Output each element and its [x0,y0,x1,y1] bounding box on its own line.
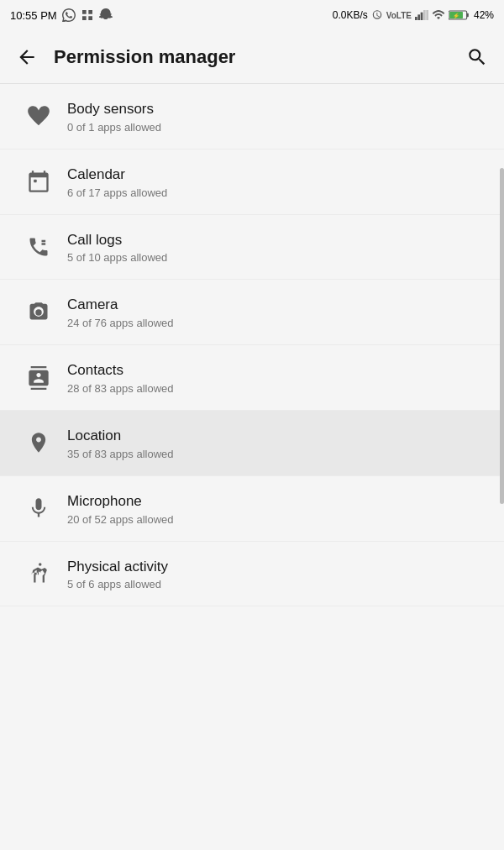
contacts-icon [17,366,60,390]
permission-item-location[interactable]: Location 35 of 83 apps allowed [0,411,504,476]
permission-item-physical-activity[interactable]: Physical activity 5 of 6 apps allowed [0,542,504,607]
back-button[interactable] [7,37,47,77]
physical-activity-name: Physical activity [67,557,487,577]
microphone-sub: 20 of 52 apps allowed [67,513,487,526]
contacts-sub: 28 of 83 apps allowed [67,382,487,395]
battery-icon: ⚡ [449,9,470,21]
physical-activity-sub: 5 of 6 apps allowed [67,578,487,590]
camera-text: Camera 24 of 76 apps allowed [60,295,487,329]
location-text: Location 35 of 83 apps allowed [60,426,487,460]
permission-item-microphone[interactable]: Microphone 20 of 52 apps allowed [0,476,504,542]
permission-item-calendar[interactable]: Calendar 6 of 17 apps allowed [0,150,504,215]
location-sub: 35 of 83 apps allowed [67,448,487,460]
call-logs-name: Call logs [67,230,487,250]
status-bar: 10:55 PM 0.0KB/s VoLTE ⚡ 42% [0,0,504,30]
permission-item-camera[interactable]: Camera 24 of 76 apps allowed [0,280,504,345]
search-icon [466,46,488,68]
contacts-name: Contacts [67,360,487,380]
permission-item-contacts[interactable]: Contacts 28 of 83 apps allowed [0,345,504,411]
contacts-text: Contacts 28 of 83 apps allowed [60,360,487,395]
page-title: Permission manager [47,46,457,68]
camera-sub: 24 of 76 apps allowed [67,317,487,329]
alarm-icon [371,9,383,21]
status-right: 0.0KB/s VoLTE ⚡ 42% [333,9,494,21]
svg-rect-0 [415,17,417,20]
svg-rect-3 [423,10,426,20]
volte-icon: VoLTE [386,11,412,20]
body-sensors-icon [17,104,60,128]
physical-activity-text: Physical activity 5 of 6 apps allowed [60,557,487,591]
wifi-icon [432,9,445,21]
snapchat-icon [99,8,113,22]
body-sensors-name: Body sensors [67,99,487,119]
signal-icon [415,9,428,21]
status-left: 10:55 PM [10,8,113,22]
svg-text:⚡: ⚡ [453,12,460,19]
svg-rect-9 [34,180,37,183]
svg-rect-4 [426,10,428,20]
permission-item-call-logs[interactable]: Call logs 5 of 10 apps allowed [0,215,504,281]
calendar-text: Calendar 6 of 17 apps allowed [60,165,487,199]
grid-icon [81,8,94,22]
permission-list: Body sensors 0 of 1 apps allowed Calenda… [0,84,504,606]
microphone-text: Microphone 20 of 52 apps allowed [60,491,487,526]
search-button[interactable] [457,37,497,77]
microphone-icon [17,496,60,520]
whatsapp-icon [62,8,76,22]
scrollbar[interactable] [500,168,504,504]
status-time: 10:55 PM [10,9,57,22]
permission-item-body-sensors[interactable]: Body sensors 0 of 1 apps allowed [0,84,504,150]
location-icon [17,431,60,454]
svg-point-10 [39,563,42,566]
data-speed: 0.0KB/s [333,9,368,21]
location-name: Location [67,426,487,446]
call-logs-sub: 5 of 10 apps allowed [67,251,487,264]
camera-icon [17,301,60,324]
calendar-sub: 6 of 17 apps allowed [67,186,487,199]
back-arrow-icon [16,46,38,68]
body-sensors-sub: 0 of 1 apps allowed [67,121,487,134]
microphone-name: Microphone [67,491,487,512]
svg-rect-6 [467,13,469,17]
body-sensors-text: Body sensors 0 of 1 apps allowed [60,99,487,134]
app-bar: Permission manager [0,30,504,84]
calendar-name: Calendar [67,165,487,185]
call-logs-text: Call logs 5 of 10 apps allowed [60,230,487,265]
calendar-icon [17,170,60,193]
call-logs-icon [17,235,60,259]
battery-percent: 42% [474,9,494,21]
svg-rect-2 [421,13,423,20]
physical-activity-icon [17,562,60,585]
svg-rect-1 [417,14,420,20]
camera-name: Camera [67,295,487,315]
